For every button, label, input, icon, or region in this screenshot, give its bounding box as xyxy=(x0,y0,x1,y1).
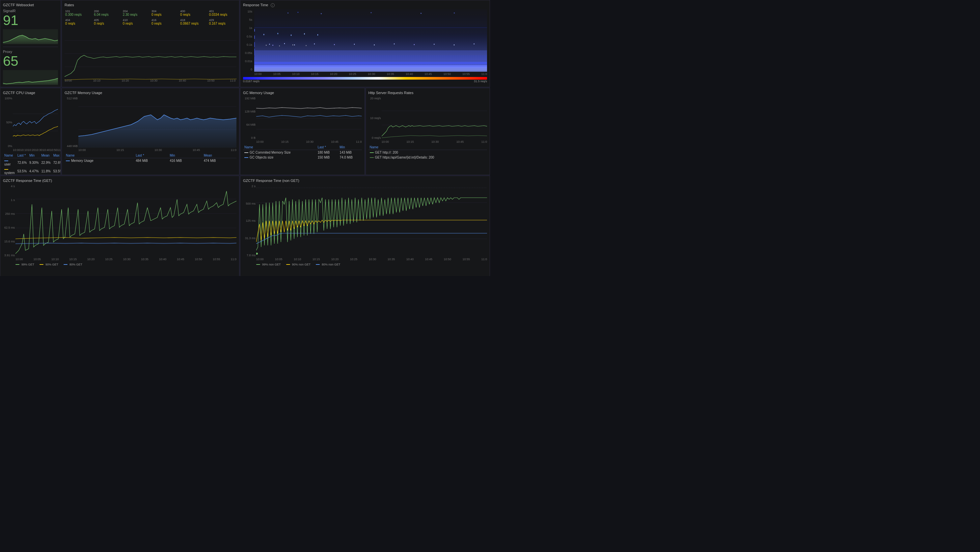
http-chart xyxy=(382,97,487,140)
svg-rect-37 xyxy=(284,43,285,44)
svg-rect-60 xyxy=(306,45,307,46)
rate-304: 304 0 req/s xyxy=(151,9,179,17)
cpu-chart xyxy=(13,97,58,148)
http-row-1: GET http://: 200 xyxy=(369,150,487,155)
resp-nonget-title: GZCTF Response Time (non GET) xyxy=(243,179,487,182)
gc-row-committed: GC Commited Memory Size 180 MiB 143 MiB xyxy=(243,150,362,155)
svg-rect-40 xyxy=(334,44,334,45)
rates-panel: Rates 101 0.300 req/s 200 6.04 req/s 204… xyxy=(62,0,239,87)
rate-204: 204 2.30 req/s xyxy=(122,9,150,17)
rate-404: 404 0 req/s xyxy=(65,18,92,26)
rates-title: Rates xyxy=(65,3,236,7)
gc-title: GC Memory Usage xyxy=(243,91,362,95)
svg-rect-45 xyxy=(434,44,434,45)
rate-429: 429 0.167 req/s xyxy=(208,18,236,26)
response-time-chart-area: 10s 5s 1s 0.5s 0.1s 0.05s 0.01s 0 heatma… xyxy=(243,9,487,72)
cpu-y-labels: 100% 50% 0% xyxy=(3,97,12,148)
resp-get-chart-area: 4 s 1 s 250 ms 62.5 ms 15.6 ms 3.91 ms xyxy=(3,184,236,257)
svg-text:10:30: 10:30 xyxy=(150,79,158,82)
websocket-panel: GZCTF Websocket SignalR 91 Proxy 65 xyxy=(0,0,61,87)
heatmap-chart: heatmap data xyxy=(254,9,487,72)
svg-text:10:10: 10:10 xyxy=(93,79,100,82)
y-axis-labels: 10s 5s 1s 0.5s 0.1s 0.05s 0.01s 0 xyxy=(243,9,253,72)
svg-rect-56 xyxy=(317,34,318,35)
resp-get-x-axis: 10:00 10:05 10:10 10:15 10:20 10:25 10:3… xyxy=(16,258,236,261)
memory-chart-area: 512 MiB 448 MiB xyxy=(65,97,236,148)
proxy-chart xyxy=(3,70,58,85)
http-title: Http Server Requests Rates xyxy=(369,91,487,95)
svg-rect-52 xyxy=(263,34,264,35)
resp-get-title: GZCTF Response Time (GET) xyxy=(3,179,236,182)
svg-text:10:40: 10:40 xyxy=(179,79,186,82)
svg-text:10:20: 10:20 xyxy=(121,79,129,82)
svg-rect-4 xyxy=(65,27,236,82)
memory-title: GZCTF Memory Usage xyxy=(65,91,236,95)
resp-get-chart xyxy=(16,184,236,257)
svg-rect-44 xyxy=(414,44,415,45)
signalr-block: SignalR 91 xyxy=(3,9,58,44)
svg-rect-76 xyxy=(16,184,236,257)
svg-rect-42 xyxy=(374,44,375,45)
svg-rect-38 xyxy=(294,44,295,45)
cpu-table: Name Last * Min Mean Max ↓ user 72.6% 9.… xyxy=(3,153,61,175)
svg-rect-54 xyxy=(291,35,291,36)
http-table: Name GET http://: 200 GET https:/api/Gam… xyxy=(369,145,487,160)
gc-http-panels: GC Memory Usage 192 MiB 128 MiB 64 MiB 0… xyxy=(240,88,490,175)
rate-418: 418 0.0667 req/s xyxy=(180,18,207,26)
rate-410: 410 0 req/s xyxy=(122,18,150,26)
memory-y-labels: 512 MiB 448 MiB xyxy=(65,97,78,148)
resp-nonget-chart-area: 2 s 500 ms 125 ms 31.3 ms 7.8 ms xyxy=(243,184,487,257)
memory-x-axis: 10:00 10:15 10:30 10:45 11:0 xyxy=(78,148,236,152)
memory-panel: GZCTF Memory Usage 512 MiB 448 MiB xyxy=(62,88,239,175)
svg-rect-69 xyxy=(256,97,362,140)
signalr-value: 91 xyxy=(3,13,58,28)
resp-nonget-legend: 99% non GET 90% non GET 80% non GET xyxy=(256,262,487,266)
signalr-chart xyxy=(3,29,58,44)
info-icon[interactable]: i xyxy=(271,3,275,7)
svg-text:10:50: 10:50 xyxy=(207,79,215,82)
resp-get-y-labels: 4 s 1 s 250 ms 62.5 ms 15.6 ms 3.91 ms xyxy=(3,184,15,257)
memory-row: Memory Usage 484 MiB 416 MiB 474 MiB xyxy=(65,158,236,163)
svg-text:10:00: 10:00 xyxy=(65,79,72,82)
resp-nonget-chart xyxy=(256,184,487,257)
gc-x-axis: 10:00 10:15 10:30 10:45 11:0 xyxy=(256,140,362,143)
rate-405: 405 0 req/s xyxy=(93,18,121,26)
resp-get-panel: GZCTF Response Time (GET) 4 s 1 s 250 ms… xyxy=(0,176,239,276)
gc-chart xyxy=(256,97,362,140)
svg-rect-43 xyxy=(394,43,395,44)
rates-grid: 101 0.300 req/s 200 6.04 req/s 204 2.30 … xyxy=(65,9,236,26)
cpu-row-user: user 72.6% 9.30% 22.9% 72.6% xyxy=(3,158,61,167)
rate-200: 200 6.04 req/s xyxy=(93,9,121,17)
resp-nonget-panel: GZCTF Response Time (non GET) 2 s 500 ms… xyxy=(240,176,490,276)
svg-rect-48 xyxy=(254,62,487,65)
svg-rect-41 xyxy=(354,44,355,45)
proxy-value: 65 xyxy=(3,54,58,69)
memory-chart xyxy=(78,97,236,148)
cpu-x-axis: 10:00 10:10 10:20 10:30 10:40 10:50 11:0 xyxy=(13,148,58,152)
resp-get-legend: 99% GET 90% GET 80% GET xyxy=(16,262,236,266)
gc-table: Name Last * Min GC Commited Memory Size … xyxy=(243,145,362,160)
svg-rect-35 xyxy=(269,44,270,45)
cpu-panel: GZCTF CPU Usage 100% 50% 0% 10:00 10:10 … xyxy=(0,88,61,175)
cpu-chart-area: 100% 50% 0% xyxy=(3,97,58,148)
cpu-row-system: system 53.5% 4.47% 11.8% 53.5% xyxy=(3,167,61,175)
svg-rect-51 xyxy=(254,68,487,72)
svg-rect-58 xyxy=(279,45,280,46)
rates-chart: 10:00 10:10 10:20 10:30 10:40 10:50 11:0 xyxy=(65,27,236,82)
svg-rect-47 xyxy=(474,43,474,44)
http-row-2: GET https:/api/Game/{id:int}/Details: 20… xyxy=(369,155,487,160)
http-x-axis: 10:00 10:15 10:30 10:45 11:0 xyxy=(382,140,487,143)
svg-rect-49 xyxy=(254,65,487,67)
svg-rect-59 xyxy=(293,44,293,45)
svg-rect-39 xyxy=(314,43,315,44)
svg-rect-50 xyxy=(254,67,487,68)
gc-panel: GC Memory Usage 192 MiB 128 MiB 64 MiB 0… xyxy=(240,88,365,175)
proxy-block: Proxy 65 xyxy=(3,50,58,85)
svg-rect-36 xyxy=(273,45,273,46)
response-time-title: Response Time i xyxy=(243,3,487,7)
websocket-title: GZCTF Websocket xyxy=(3,3,58,7)
rate-401: 401 0.0334 req/s xyxy=(208,9,236,17)
colorbar-labels: 0.0167 req/s 31.5 req/s xyxy=(243,79,487,83)
memory-table: Name Last * Min Mean Memory Usage 484 Mi… xyxy=(65,153,236,163)
cpu-title: GZCTF CPU Usage xyxy=(3,91,58,95)
